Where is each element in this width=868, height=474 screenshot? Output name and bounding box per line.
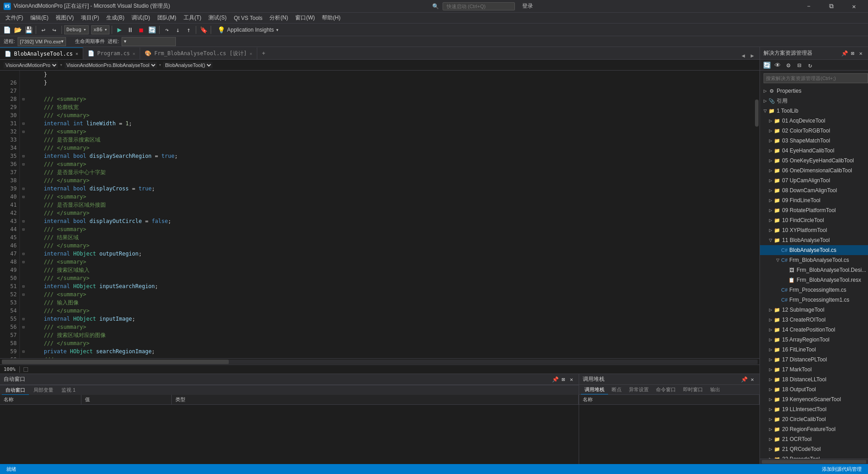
menu-item-m[interactable]: 团队(M) xyxy=(154,13,180,23)
menu-item-v[interactable]: 视图(V) xyxy=(52,13,77,23)
tree-18a[interactable]: ▷ 📁 18 DistanceLLTool xyxy=(760,374,868,384)
tree-13[interactable]: ▷ 📁 13 CreateROITool xyxy=(760,315,868,325)
collapse-55[interactable]: ⊟ xyxy=(20,315,27,323)
call-stack-pin[interactable]: 📌 xyxy=(741,376,748,383)
collapse-40[interactable]: ⊟ xyxy=(20,193,27,201)
nav-method-dropdown[interactable]: BlobAnalyseTool() xyxy=(163,62,212,68)
se-scrollbar-thumb[interactable] xyxy=(762,460,866,464)
tab-callstack[interactable]: 调用堆栈 xyxy=(581,385,608,394)
pause-btn[interactable]: ⏸ xyxy=(125,25,135,35)
collapse-39[interactable]: ⊟ xyxy=(20,185,27,193)
close-button[interactable]: ✕ xyxy=(844,0,864,13)
tab-blobanalysetool[interactable]: 📄 BlobAnalyseTool.cs ✕ xyxy=(0,47,83,59)
menu-item-w[interactable]: 窗口(W) xyxy=(292,13,318,23)
tab-locals[interactable]: 局部变量 xyxy=(30,386,57,395)
process-dropdown[interactable]: [7392] VM Pro.exe ▾ xyxy=(18,37,66,46)
minimap-toggle[interactable] xyxy=(24,367,28,372)
app-insights-button[interactable]: 💡 Application Insights ▾ xyxy=(213,25,283,35)
close-tab-blob[interactable]: ✕ xyxy=(75,51,78,56)
collapse-28[interactable]: ⊟ xyxy=(20,95,27,103)
se-filter-btn[interactable]: ⚙ xyxy=(783,60,793,70)
undo-btn[interactable]: ↩ xyxy=(38,25,48,35)
bookmark-btn[interactable]: 🔖 xyxy=(198,25,208,35)
collapse-59[interactable]: ⊟ xyxy=(20,347,27,356)
tab-output[interactable]: 输出 xyxy=(707,385,724,394)
tree-references[interactable]: ▷ 📎 引用 xyxy=(760,96,868,106)
auto-window-pin[interactable]: 📌 xyxy=(552,376,559,383)
tree-21a[interactable]: ▷ 📁 21 OCRTool xyxy=(760,434,868,444)
se-scrollbar[interactable] xyxy=(760,459,868,464)
call-stack-close[interactable]: ✕ xyxy=(749,376,756,383)
menu-item-e[interactable]: 编辑(E) xyxy=(27,13,52,23)
se-refresh-btn[interactable]: ↻ xyxy=(805,60,815,70)
tree-05[interactable]: ▷ 📁 05 OneKeyEyeHandCalibTool xyxy=(760,156,868,166)
code-content[interactable]: } } /// <summary> /// 轮廓线宽 /// </summary… xyxy=(27,71,754,358)
restart-btn[interactable]: 🔄 xyxy=(147,25,157,35)
tab-frm-design[interactable]: 🎨 Frm_BlobAnalyseTool.cs [设计] ✕ xyxy=(140,47,257,59)
stop-btn[interactable]: ■ xyxy=(136,25,146,35)
tab-program[interactable]: 📄 Program.cs ✕ xyxy=(83,47,140,59)
tab-breakpoints[interactable]: 断点 xyxy=(608,385,625,394)
tree-02[interactable]: ▷ 📁 02 ColorToRGBTool xyxy=(760,126,868,136)
new-project-btn[interactable]: 📄 xyxy=(2,25,12,35)
tree-16[interactable]: ▷ 📁 16 FitLineTool xyxy=(760,345,868,355)
se-show-all-btn[interactable]: 👁 xyxy=(773,60,783,70)
platform-dropdown[interactable]: x86 ▾ xyxy=(91,25,110,34)
collapse-44[interactable]: ⊟ xyxy=(20,225,27,233)
se-close[interactable]: ✕ xyxy=(857,50,864,57)
tree-11[interactable]: ▽ 📁 11 BlobAnalyseTool xyxy=(760,235,868,245)
tab-exceptions[interactable]: 异常设置 xyxy=(625,385,652,394)
tree-10a[interactable]: ▷ 📁 10 FindCircleTool xyxy=(760,215,868,225)
save-btn[interactable]: 💾 xyxy=(24,25,33,35)
tree-09b[interactable]: ▷ 📁 09 RotatePlatformTool xyxy=(760,205,868,215)
tree-frm-processing[interactable]: C# Frm_ProcessingItem.cs xyxy=(760,285,868,295)
menu-item-t[interactable]: 工具(T) xyxy=(180,13,205,23)
scroll-thumb[interactable] xyxy=(755,100,759,127)
start-btn[interactable]: ▶ xyxy=(114,25,124,35)
close-tab-frm[interactable]: ✕ xyxy=(250,51,252,56)
tree-01[interactable]: ▷ 📁 01 AcqDeviceTool xyxy=(760,116,868,126)
tree-21b[interactable]: ▷ 📁 21 QRCodeTool xyxy=(760,444,868,454)
tree-blobanalysetool-cs[interactable]: C# BlobAnalyseTool.cs xyxy=(760,245,868,255)
tree-19b[interactable]: ▷ 📁 19 LLIntersectTool xyxy=(760,404,868,414)
tree-20b[interactable]: ▷ 📁 20 RegionFeatureTool xyxy=(760,424,868,434)
tree-15[interactable]: ▷ 📁 15 ArrayRegionTool xyxy=(760,335,868,345)
scroll-left-tabs[interactable]: ◀ xyxy=(740,52,747,59)
se-pin[interactable]: 📌 xyxy=(841,50,848,57)
tree-toollib[interactable]: ▽ 📁 1 ToolLib xyxy=(760,106,868,116)
open-btn[interactable]: 📂 xyxy=(13,25,23,35)
add-tab-button[interactable]: + xyxy=(257,47,270,59)
menu-item-s[interactable]: 测试(S) xyxy=(205,13,230,23)
collapse-36[interactable]: ⊟ xyxy=(20,160,27,168)
h-scrollbar-thumb[interactable] xyxy=(2,360,229,364)
tree-19a[interactable]: ▷ 📁 19 KenyenceScanerTool xyxy=(760,394,868,404)
menu-item-p[interactable]: 项目(P) xyxy=(77,13,103,23)
tab-command[interactable]: 命令窗口 xyxy=(652,385,679,394)
tree-20a[interactable]: ▷ 📁 20 CircleCalibTool xyxy=(760,414,868,424)
tree-10b[interactable]: ▷ 📁 10 XYPlatformTool xyxy=(760,225,868,235)
minimize-button[interactable]: － xyxy=(798,0,819,13)
tree-09a[interactable]: ▷ 📁 09 FindLineTool xyxy=(760,195,868,205)
tree-17a[interactable]: ▷ 📁 17 DistancePLTool xyxy=(760,355,868,365)
collapse-31[interactable]: ⊟ xyxy=(20,119,27,128)
menu-item-f[interactable]: 文件(F) xyxy=(2,13,27,23)
tab-auto[interactable]: 自动窗口 xyxy=(2,386,29,395)
user-login[interactable]: 登录 xyxy=(519,2,537,10)
zoom-level[interactable]: 100% xyxy=(4,366,16,372)
collapse-47[interactable]: ⊟ xyxy=(20,250,27,258)
tree-06[interactable]: ▷ 📁 06 OneDimensionalCalibTool xyxy=(760,166,868,175)
redo-btn[interactable]: ↪ xyxy=(49,25,59,35)
collapse-52[interactable]: ⊟ xyxy=(20,290,27,299)
step-into-btn[interactable]: ↓ xyxy=(173,25,183,35)
auto-window-close[interactable]: ✕ xyxy=(568,376,575,383)
tree-18b[interactable]: ▷ 📁 18 OutputTool xyxy=(760,384,868,394)
tree-03[interactable]: ▷ 📁 03 ShapeMatchTool xyxy=(760,136,868,146)
tree-frm-resx[interactable]: 📋 Frm_BlobAnalyseTool.resx xyxy=(760,275,868,285)
status-ready[interactable]: 就绪 xyxy=(4,466,19,473)
quick-search-input[interactable] xyxy=(443,2,515,10)
vertical-scrollbar[interactable] xyxy=(754,71,760,358)
menu-item-qtvstools[interactable]: Qt VS Tools xyxy=(230,13,266,23)
tree-14[interactable]: ▷ 📁 14 CreatePositionTool xyxy=(760,325,868,335)
solution-search-input[interactable] xyxy=(764,73,868,83)
menu-item-b[interactable]: 生成(B) xyxy=(103,13,128,23)
